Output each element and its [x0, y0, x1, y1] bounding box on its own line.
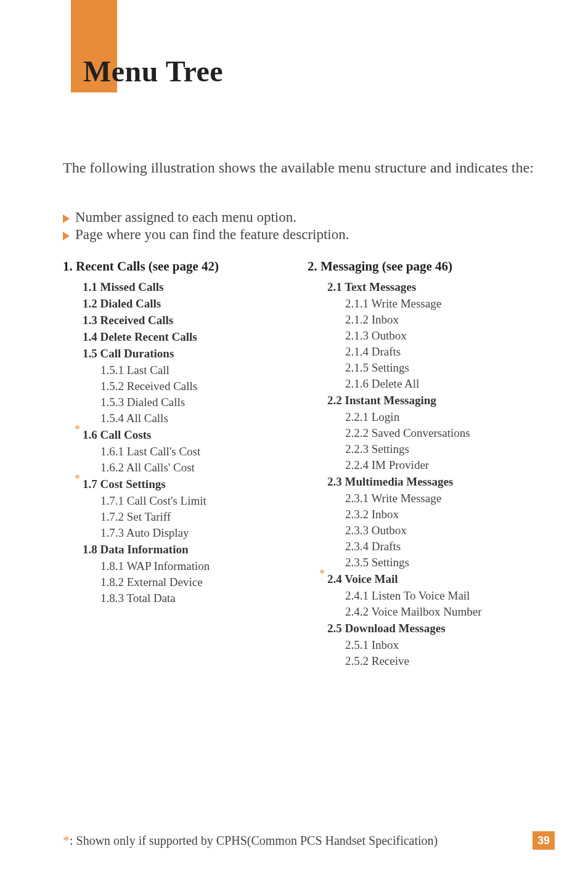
- section-heading: 1. Recent Calls (see page 42): [63, 259, 295, 274]
- menu-item: 2.5.1 Inbox: [345, 638, 540, 652]
- menu-item: 2.3.4 Drafts: [345, 540, 540, 553]
- menu-heading: 2.3 Multimedia Messages: [327, 475, 540, 489]
- triangle-icon: [63, 214, 70, 223]
- menu-heading: *2.4 Voice Mail: [327, 572, 540, 586]
- page-footer: *: Shown only if supported by CPHS(Commo…: [63, 831, 555, 850]
- footer-note-text: : Shown only if supported by CPHS(Common…: [70, 834, 438, 847]
- section-heading: 2. Messaging (see page 46): [308, 259, 540, 274]
- bullet-list: Number assigned to each menu option. Pag…: [63, 210, 551, 244]
- menu-item: 2.2.3 Settings: [345, 442, 540, 456]
- left-column: 1. Recent Calls (see page 42) 1.1 Missed…: [63, 259, 301, 670]
- menu-item: 2.1.2 Inbox: [345, 313, 540, 327]
- menu-item: 2.5.2 Receive: [345, 654, 540, 668]
- page-number: 39: [533, 831, 555, 850]
- bullet-text: Page where you can find the feature desc…: [75, 227, 349, 243]
- menu-item: 2.3.2 Inbox: [345, 508, 540, 521]
- menu-item: 1.5.3 Dialed Calls: [100, 396, 295, 409]
- menu-item: 1.7.3 Auto Display: [100, 526, 295, 540]
- menu-heading-label: 1.7 Cost Settings: [83, 478, 166, 490]
- menu-heading: 1.8 Data Information: [83, 543, 295, 556]
- menu-item: 2.1.3 Outbox: [345, 329, 540, 343]
- menu-item: 2.1.1 Write Message: [345, 297, 540, 311]
- menu-heading: 1.1 Missed Calls: [83, 280, 295, 294]
- menu-item: 1.8.3 Total Data: [100, 592, 295, 605]
- menu-item: 2.2.2 Saved Conversations: [345, 426, 540, 440]
- menu-item: 2.3.5 Settings: [345, 556, 540, 569]
- menu-item: 2.1.4 Drafts: [345, 345, 540, 359]
- menu-item: 1.5.1 Last Call: [100, 364, 295, 377]
- right-column: 2. Messaging (see page 46) 2.1 Text Mess…: [301, 259, 540, 670]
- star-icon: *: [75, 423, 80, 436]
- list-item: Number assigned to each menu option.: [63, 210, 551, 226]
- star-icon: *: [319, 568, 325, 580]
- page-title: Menu Tree: [83, 54, 223, 88]
- menu-heading-label: 2.4 Voice Mail: [327, 572, 398, 585]
- footer-note: *: Shown only if supported by CPHS(Commo…: [63, 832, 438, 848]
- menu-heading: 1.3 Received Calls: [83, 314, 295, 327]
- menu-item: 2.2.4 IM Provider: [345, 458, 540, 472]
- menu-item: 2.4.1 Listen To Voice Mail: [345, 589, 540, 603]
- menu-heading: 2.5 Download Messages: [327, 622, 540, 635]
- menu-item: 2.2.1 Login: [345, 410, 540, 424]
- menu-heading: 2.1 Text Messages: [327, 280, 540, 294]
- menu-item: 1.8.2 External Device: [100, 576, 295, 589]
- menu-item: 1.6.1 Last Call's Cost: [100, 445, 295, 458]
- star-icon: *: [63, 832, 70, 848]
- bullet-text: Number assigned to each menu option.: [75, 210, 296, 226]
- list-item: Page where you can find the feature desc…: [63, 227, 551, 243]
- menu-heading: *1.7 Cost Settings: [83, 478, 295, 491]
- menu-item: 2.4.2 Voice Mailbox Number: [345, 605, 540, 619]
- triangle-icon: [63, 232, 70, 240]
- menu-heading-label: 1.6 Call Costs: [83, 428, 151, 441]
- menu-heading: *1.6 Call Costs: [83, 428, 295, 442]
- menu-columns: 1. Recent Calls (see page 42) 1.1 Missed…: [63, 259, 540, 670]
- menu-item: 2.1.6 Delete All: [345, 377, 540, 391]
- menu-item: 1.5.2 Received Calls: [100, 380, 295, 393]
- menu-heading: 1.2 Dialed Calls: [83, 297, 295, 311]
- menu-heading: 2.2 Instant Messaging: [327, 394, 540, 407]
- menu-item: 2.3.1 Write Message: [345, 492, 540, 505]
- menu-item: 1.6.2 All Calls' Cost: [100, 461, 295, 474]
- menu-item: 1.5.4 All Calls: [100, 412, 295, 425]
- star-icon: *: [75, 473, 80, 486]
- menu-item: 2.3.3 Outbox: [345, 524, 540, 537]
- intro-paragraph: The following illustration shows the ava…: [63, 158, 551, 177]
- menu-item: 1.7.1 Call Cost's Limit: [100, 494, 295, 508]
- menu-heading: 1.4 Delete Recent Calls: [83, 330, 295, 344]
- menu-heading: 1.5 Call Durations: [83, 347, 295, 360]
- menu-item: 1.8.1 WAP Information: [100, 560, 295, 573]
- menu-item: 2.1.5 Settings: [345, 361, 540, 375]
- menu-item: 1.7.2 Set Tariff: [100, 510, 295, 524]
